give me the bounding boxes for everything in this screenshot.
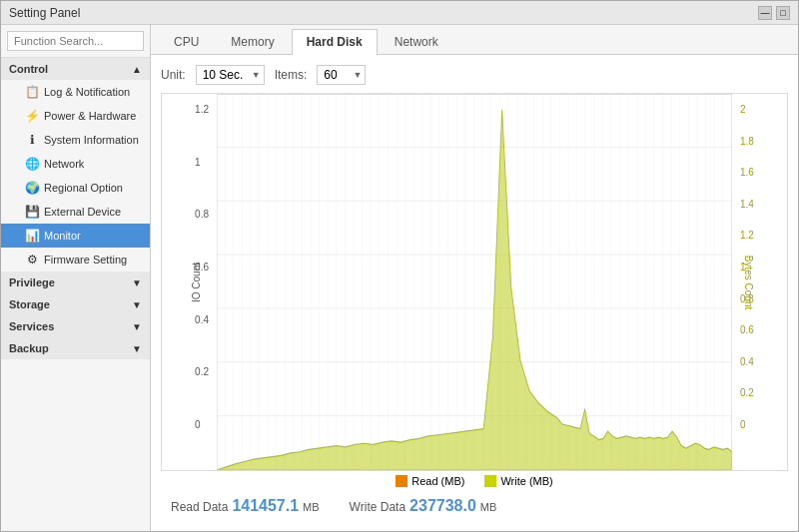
sidebar-section-backup[interactable]: Backup▼ xyxy=(1,337,150,359)
write-color-swatch xyxy=(484,475,496,487)
system-information-icon: ℹ xyxy=(25,133,39,147)
power-hardware-icon: ⚡ xyxy=(25,109,39,123)
tab-memory[interactable]: Memory xyxy=(216,29,289,54)
sidebar: Control▲📋Log & Notification⚡Power & Hard… xyxy=(1,25,151,531)
sidebar-item-power-hardware[interactable]: ⚡Power & Hardware xyxy=(1,104,150,128)
y-right-tick: 1.6 xyxy=(740,167,754,178)
y-right-tick: 0.2 xyxy=(740,387,754,398)
right-panel: CPUMemoryHard DiskNetwork Unit: 10 Sec. … xyxy=(151,25,798,531)
y-left-tick: 0.2 xyxy=(195,366,209,377)
legend-write: Write (MB) xyxy=(484,475,552,487)
stats-row: Read Data 141457.1 MB Write Data 237738.… xyxy=(161,491,788,521)
sidebar-section-storage[interactable]: Storage▼ xyxy=(1,293,150,315)
setting-panel-window: Setting Panel — □ Control▲📋Log & Notific… xyxy=(0,0,799,532)
sidebar-section-privilege[interactable]: Privilege▼ xyxy=(1,271,150,293)
legend-read: Read (MB) xyxy=(396,475,464,487)
items-label: Items: xyxy=(275,68,308,82)
sidebar-item-log-notification[interactable]: 📋Log & Notification xyxy=(1,80,150,104)
write-data-value: 237738.0 xyxy=(409,497,476,515)
y-left-tick: 0 xyxy=(195,419,209,430)
tab-bar: CPUMemoryHard DiskNetwork xyxy=(151,25,798,55)
y-right-tick: 1.8 xyxy=(740,136,754,147)
network-icon: 🌐 xyxy=(25,157,39,171)
unit-select-wrapper: 10 Sec. 30 Sec. 1 Min. xyxy=(196,65,265,85)
chart-container: IO Count 1.210.80.60.40.20 xyxy=(161,93,788,471)
items-select[interactable]: 60 30 120 xyxy=(317,65,366,85)
external-device-icon: 💾 xyxy=(25,205,39,219)
y-right-tick: 2 xyxy=(740,104,754,115)
unit-label: Unit: xyxy=(161,68,186,82)
y-right-tick: 0.4 xyxy=(740,356,754,367)
search-box xyxy=(1,25,150,58)
read-data-value: 141457.1 xyxy=(232,497,299,515)
y-left-tick: 1.2 xyxy=(195,104,209,115)
legend-write-label: Write (MB) xyxy=(500,475,552,487)
sidebar-sections: Control▲📋Log & Notification⚡Power & Hard… xyxy=(1,58,150,359)
read-data-unit: MB xyxy=(303,501,320,513)
y-right-tick: 1.2 xyxy=(740,230,754,241)
monitor-icon: 📊 xyxy=(25,229,39,243)
sidebar-item-external-device[interactable]: 💾External Device xyxy=(1,200,150,224)
y-right-tick: 1.4 xyxy=(740,199,754,210)
y-left-tick: 0.4 xyxy=(195,314,209,325)
sidebar-item-regional-option[interactable]: 🌍Regional Option xyxy=(1,176,150,200)
window-controls: — □ xyxy=(758,6,790,20)
sidebar-item-network[interactable]: 🌐Network xyxy=(1,152,150,176)
tab-network[interactable]: Network xyxy=(380,29,453,54)
sidebar-section-control[interactable]: Control▲ xyxy=(1,58,150,80)
svg-rect-4 xyxy=(217,94,732,470)
y-axis-right-label-text: Bytes Count xyxy=(742,255,753,308)
title-bar: Setting Panel — □ xyxy=(1,1,798,25)
y-axis-left-label: IO Count xyxy=(191,262,202,301)
sidebar-item-system-information[interactable]: ℹSystem Information xyxy=(1,128,150,152)
controls-row: Unit: 10 Sec. 30 Sec. 1 Min. Items: 60 3… xyxy=(161,65,788,85)
sidebar-section-services[interactable]: Services▼ xyxy=(1,315,150,337)
window-title: Setting Panel xyxy=(9,6,80,20)
sidebar-item-monitor[interactable]: 📊Monitor xyxy=(1,224,150,248)
panel-content: Unit: 10 Sec. 30 Sec. 1 Min. Items: 60 3… xyxy=(151,55,798,531)
items-select-wrapper: 60 30 120 xyxy=(317,65,366,85)
y-right-tick: 0.6 xyxy=(740,324,754,335)
main-content: Control▲📋Log & Notification⚡Power & Hard… xyxy=(1,25,798,531)
tab-cpu[interactable]: CPU xyxy=(159,29,214,54)
chart-svg xyxy=(217,94,732,470)
read-data-item: Read Data 141457.1 MB xyxy=(171,497,320,515)
read-data-label: Read Data xyxy=(171,500,228,514)
sidebar-item-firmware-setting[interactable]: ⚙Firmware Setting xyxy=(1,248,150,271)
read-color-swatch xyxy=(396,475,407,487)
restore-button[interactable]: □ xyxy=(776,6,790,20)
search-input[interactable] xyxy=(7,31,144,51)
y-left-tick: 0.8 xyxy=(195,209,209,220)
y-axis-right: Bytes Count 21.81.61.41.210.80.60.40.20 xyxy=(732,94,787,470)
chart-area xyxy=(217,94,732,470)
legend: Read (MB) Write (MB) xyxy=(161,471,788,491)
firmware-setting-icon: ⚙ xyxy=(25,253,39,266)
y-axis-left: IO Count 1.210.80.60.40.20 xyxy=(162,94,217,470)
write-data-unit: MB xyxy=(480,501,497,513)
log-notification-icon: 📋 xyxy=(25,85,39,99)
y-left-tick: 1 xyxy=(195,157,209,168)
tab-hard-disk[interactable]: Hard Disk xyxy=(292,29,378,55)
y-right-tick: 0 xyxy=(740,419,754,430)
write-data-label: Write Data xyxy=(350,500,405,514)
regional-option-icon: 🌍 xyxy=(25,181,39,195)
minimize-button[interactable]: — xyxy=(758,6,772,20)
legend-read-label: Read (MB) xyxy=(411,475,464,487)
write-data-item: Write Data 237738.0 MB xyxy=(350,497,497,515)
unit-select[interactable]: 10 Sec. 30 Sec. 1 Min. xyxy=(196,65,265,85)
